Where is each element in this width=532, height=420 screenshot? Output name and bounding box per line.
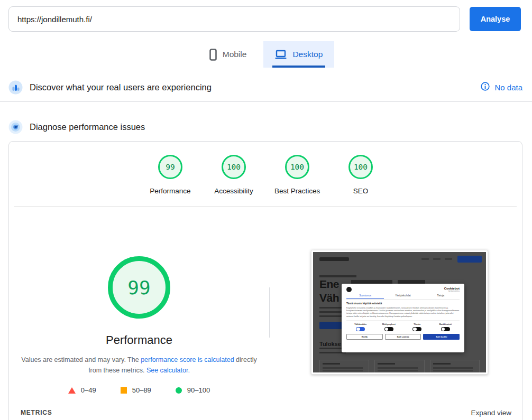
green-circle-icon — [176, 387, 182, 394]
legend-average: 50–89 — [121, 386, 151, 394]
performance-gauge-label: Performance — [9, 333, 269, 347]
score-calculation-link[interactable]: performance score is calculated — [141, 356, 234, 363]
tab-mobile-label: Mobile — [223, 50, 247, 59]
performance-gauge[interactable]: 99 — [108, 256, 170, 319]
see-calculator-link[interactable]: See calculator. — [146, 367, 190, 374]
cookiebot-brand-sub: by Usercentrics — [444, 291, 460, 292]
diagnose-section-header[interactable]: Diagnose performance issues — [8, 115, 522, 139]
column-divider — [269, 287, 270, 338]
metrics-header: METRICS Expand view — [21, 406, 511, 419]
site-logo-placeholder — [319, 257, 349, 261]
diagnose-radar-icon — [8, 120, 23, 134]
score-performance[interactable]: 99 Performance — [148, 155, 193, 195]
score-accessibility-label: Accessibility — [211, 187, 256, 195]
cookie-toggles-row: Välttämätön Mieltymykset Tilasto Ma — [346, 320, 460, 331]
cookiebot-brand: Cookiebot by Usercentrics — [444, 287, 460, 292]
site-text-placeholder — [319, 311, 342, 313]
legend-poor-range: 0–49 — [81, 386, 96, 394]
info-icon — [481, 82, 490, 92]
section-divider — [0, 101, 532, 102]
cookie-deny-button: Kiellä — [346, 334, 383, 340]
toggle-label: Välttämätön — [354, 323, 366, 325]
legend-average-range: 50–89 — [132, 386, 151, 394]
performance-gauge-column: 99 Performance Values are estimated and … — [9, 207, 269, 394]
discover-section-header[interactable]: Discover what your real users are experi… — [8, 75, 522, 99]
performance-summary: 99 Performance Values are estimated and … — [9, 207, 522, 418]
toggle-off-icon — [384, 327, 393, 332]
real-users-icon — [8, 80, 23, 95]
cookie-toggle-necessary: Välttämätön — [346, 323, 375, 331]
cookie-tab-consent: Suostumus — [346, 294, 384, 299]
score-best-practices-label: Best Practices — [274, 187, 320, 195]
page-screenshot-thumbnail[interactable]: Ene Väh Tulokse — [311, 250, 488, 375]
legend-good: 90–100 — [176, 386, 210, 394]
cookie-buttons-row: Kiellä Salli valinta Salli kaikki — [346, 334, 460, 340]
score-accessibility[interactable]: 100 Accessibility — [211, 155, 256, 195]
tab-mobile[interactable]: Mobile — [198, 41, 259, 68]
site-heading-line1: Ene — [319, 278, 339, 291]
toggle-label: Tilasto — [414, 323, 420, 325]
score-best-practices[interactable]: 100 Best Practices — [274, 155, 320, 195]
score-legend: 0–49 50–89 90–100 — [9, 386, 269, 394]
report-card: 99 Performance 100 Accessibility 100 Bes… — [8, 141, 522, 420]
mobile-phone-icon — [209, 49, 217, 61]
url-input[interactable] — [8, 6, 460, 32]
desktop-laptop-icon — [275, 50, 287, 59]
site-header-button-placeholder — [457, 256, 482, 263]
device-tabs: Mobile Desktop — [0, 41, 532, 68]
score-seo-value: 100 — [348, 155, 373, 179]
cookie-consent-dialog: Cookiebot by Usercentrics Suostumus Yksi… — [342, 284, 464, 352]
performance-gauge-value: 99 — [127, 277, 150, 298]
site-text-placeholder — [319, 307, 342, 309]
score-disclaimer: Values are estimated and may vary. The p… — [17, 354, 261, 376]
site-text-placeholder — [319, 315, 342, 317]
toggle-label: Mieltymykset — [382, 323, 396, 325]
diagnose-section-title: Diagnose performance issues — [30, 122, 145, 132]
metrics-heading: METRICS — [21, 409, 52, 416]
cookie-tab-details: Yksityiskohdat — [384, 294, 421, 299]
discover-section-title: Discover what your real users are experi… — [30, 82, 212, 92]
cookie-dialog-body: Käytämme evästeitä sisällön ja mainosten… — [346, 306, 460, 318]
site-favicon-icon — [346, 287, 352, 292]
score-performance-label: Performance — [148, 187, 193, 195]
disclaimer-text-1: Values are estimated and may vary. The — [21, 356, 141, 363]
cookie-toggle-statistics: Tilasto — [403, 323, 432, 331]
red-triangle-icon — [68, 387, 76, 394]
cookie-toggle-preferences: Mieltymykset — [375, 323, 403, 331]
tab-desktop-label: Desktop — [292, 50, 323, 59]
no-data-badge[interactable]: No data — [481, 82, 522, 92]
cookie-allow-all-button: Salli kaikki — [423, 334, 460, 340]
cookie-allow-selection-button: Salli valinta — [385, 334, 421, 340]
site-card-placeholder — [374, 360, 424, 372]
site-results-heading: Tulokse — [319, 341, 341, 347]
no-data-label: No data — [494, 83, 522, 92]
tab-desktop[interactable]: Desktop — [263, 41, 334, 68]
cookie-tab-about: Tietoja — [422, 294, 460, 299]
cookie-dialog-header: Cookiebot by Usercentrics — [346, 287, 460, 292]
score-performance-value: 99 — [158, 155, 182, 179]
analyse-button[interactable]: Analyse — [470, 7, 521, 31]
toggle-off-icon — [412, 327, 421, 332]
url-bar: Analyse — [8, 6, 524, 32]
orange-square-icon — [121, 387, 127, 394]
toggle-on-icon — [356, 327, 365, 332]
site-breadcrumb-placeholder — [319, 275, 356, 277]
expand-view-button[interactable]: Expand view — [471, 409, 511, 417]
screenshot-site: Ene Väh Tulokse — [313, 252, 486, 372]
score-seo-label: SEO — [338, 187, 383, 195]
score-accessibility-value: 100 — [222, 155, 246, 179]
score-best-practices-value: 100 — [285, 155, 309, 179]
site-nav-placeholder — [445, 258, 452, 260]
cookie-dialog-tabs: Suostumus Yksityiskohdat Tietoja — [346, 294, 460, 300]
site-card-placeholder — [319, 360, 369, 372]
toggle-label: Markkinointi — [439, 323, 452, 325]
site-nav-placeholder — [421, 258, 429, 260]
legend-poor: 0–49 — [68, 386, 96, 394]
category-scores: 99 Performance 100 Accessibility 100 Bes… — [9, 142, 522, 195]
site-nav-placeholder — [433, 258, 441, 260]
cookie-dialog-heading: Tämä sivusto käyttää evästeitä — [346, 302, 460, 305]
score-seo[interactable]: 100 SEO — [338, 155, 383, 195]
legend-good-range: 90–100 — [187, 386, 210, 394]
cookie-toggle-marketing: Markkinointi — [432, 323, 460, 331]
site-heading-line2: Väh — [319, 292, 339, 304]
